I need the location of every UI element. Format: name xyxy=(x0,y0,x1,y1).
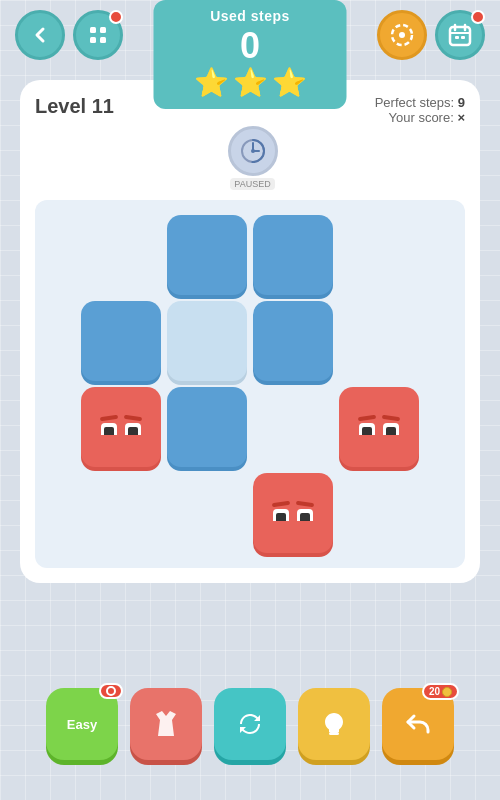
spin-button[interactable] xyxy=(377,10,427,60)
pupil-right-2 xyxy=(386,427,396,435)
shirt-icon xyxy=(148,706,184,742)
hint-icon xyxy=(316,706,352,742)
tile-r2c2[interactable] xyxy=(167,301,247,381)
eyebrows-3 xyxy=(272,502,314,506)
hint-button[interactable] xyxy=(298,688,370,760)
eye-right-1 xyxy=(125,423,141,435)
game-card: Level 11 Perfect steps: 9 Your score: × … xyxy=(20,80,480,583)
easy-button[interactable]: Easy xyxy=(46,688,118,760)
svg-rect-17 xyxy=(329,732,339,735)
pupil-left-1 xyxy=(104,427,114,435)
coin-icon xyxy=(442,687,452,697)
tile-r3c1[interactable] xyxy=(81,387,161,467)
calendar-button[interactable] xyxy=(435,10,485,60)
tile-r1c1 xyxy=(81,215,161,295)
svg-rect-0 xyxy=(90,27,96,33)
easy-badge xyxy=(99,683,123,699)
monster-face-1 xyxy=(100,416,142,439)
steps-banner: Used steps 0 ⭐ ⭐ ⭐ xyxy=(154,0,347,109)
pupil-left-3 xyxy=(276,513,286,521)
tile-r4c1 xyxy=(81,473,161,553)
timer-container: PAUSED xyxy=(40,126,465,190)
eyebrow-right-2 xyxy=(382,414,400,420)
tile-r1c3[interactable] xyxy=(253,215,333,295)
grid-button[interactable] xyxy=(73,10,123,60)
refresh-button[interactable] xyxy=(214,688,286,760)
grid-area xyxy=(35,200,465,568)
svg-point-16 xyxy=(251,149,255,153)
eye-left-2 xyxy=(359,423,375,435)
svg-rect-1 xyxy=(100,27,106,33)
steps-number: 0 xyxy=(194,28,307,64)
eye-right-2 xyxy=(383,423,399,435)
timer-label: PAUSED xyxy=(230,178,274,190)
monster-face-2 xyxy=(358,416,400,439)
tile-r2c1[interactable] xyxy=(81,301,161,381)
tile-grid xyxy=(81,215,419,553)
eye-right-3 xyxy=(297,509,313,521)
tile-r3c3 xyxy=(253,387,333,467)
refresh-icon xyxy=(232,706,268,742)
score-info: Perfect steps: 9 Your score: × xyxy=(375,95,465,125)
top-right-buttons xyxy=(377,10,485,60)
svg-rect-3 xyxy=(100,37,106,43)
svg-point-5 xyxy=(399,32,405,38)
eyebrow-left-2 xyxy=(358,414,376,420)
top-bar: Used steps 0 ⭐ ⭐ ⭐ xyxy=(0,0,500,70)
pupil-right-1 xyxy=(128,427,138,435)
undo-badge-count: 20 xyxy=(429,686,440,697)
steps-counter: Used steps 0 ⭐ ⭐ ⭐ xyxy=(154,0,347,109)
tile-r4c4 xyxy=(339,473,419,553)
your-score-label: Your score: xyxy=(389,110,454,125)
your-score-value: × xyxy=(457,110,465,125)
eyebrow-right-3 xyxy=(296,500,314,506)
perfect-steps-value: 9 xyxy=(458,95,465,110)
eyebrows-2 xyxy=(358,416,400,420)
eye-left-1 xyxy=(101,423,117,435)
star-3: ⭐ xyxy=(272,66,307,99)
back-button[interactable] xyxy=(15,10,65,60)
tile-r3c2[interactable] xyxy=(167,387,247,467)
tile-r3c4[interactable] xyxy=(339,387,419,467)
your-score: Your score: × xyxy=(375,110,465,125)
svg-rect-6 xyxy=(450,27,470,45)
tile-r2c3[interactable] xyxy=(253,301,333,381)
perfect-steps: Perfect steps: 9 xyxy=(375,95,465,110)
calendar-badge xyxy=(471,10,485,24)
grid-badge xyxy=(109,10,123,24)
tile-r1c4 xyxy=(339,215,419,295)
easy-label: Easy xyxy=(67,717,97,732)
perfect-steps-label: Perfect steps: xyxy=(375,95,454,110)
undo-icon xyxy=(400,706,436,742)
svg-rect-10 xyxy=(455,36,459,39)
eyebrows-1 xyxy=(100,416,142,420)
tile-r2c4 xyxy=(339,301,419,381)
undo-badge: 20 xyxy=(422,683,459,700)
tile-r1c2[interactable] xyxy=(167,215,247,295)
eyebrow-right-1 xyxy=(124,414,142,420)
undo-button[interactable]: 20 xyxy=(382,688,454,760)
bottom-toolbar: Easy 20 xyxy=(0,688,500,760)
eyebrow-left-3 xyxy=(272,500,290,506)
eye-left-3 xyxy=(273,509,289,521)
eyes-2 xyxy=(359,423,399,435)
eyes-3 xyxy=(273,509,313,521)
star-1: ⭐ xyxy=(194,66,229,99)
shirt-button[interactable] xyxy=(130,688,202,760)
timer-circle xyxy=(228,126,278,176)
top-left-buttons xyxy=(15,10,123,60)
monster-face-3 xyxy=(272,502,314,525)
pupil-right-3 xyxy=(300,513,310,521)
pupil-left-2 xyxy=(362,427,372,435)
eyebrow-left-1 xyxy=(100,414,118,420)
stars-row: ⭐ ⭐ ⭐ xyxy=(194,66,307,99)
tile-r4c3[interactable] xyxy=(253,473,333,553)
steps-label: Used steps xyxy=(194,8,307,24)
svg-rect-11 xyxy=(461,36,465,39)
tile-r4c2 xyxy=(167,473,247,553)
svg-rect-2 xyxy=(90,37,96,43)
eyes-1 xyxy=(101,423,141,435)
star-2: ⭐ xyxy=(233,66,268,99)
